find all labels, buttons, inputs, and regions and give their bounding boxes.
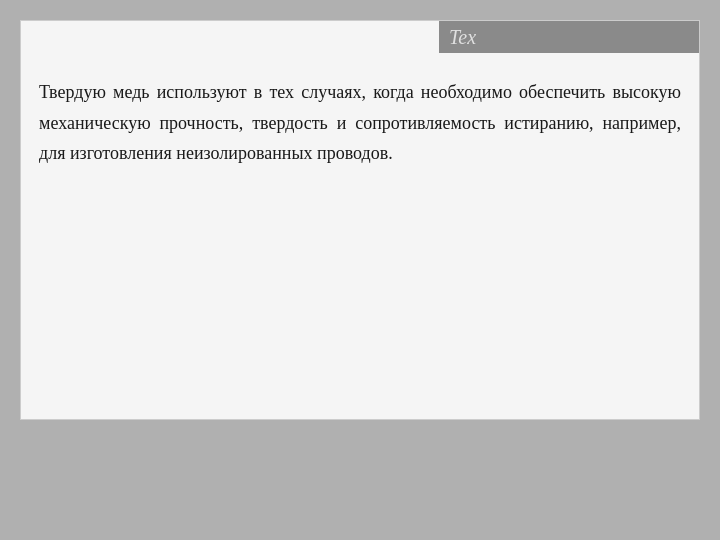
- top-bar-label: Tex: [449, 26, 476, 49]
- page-container: Tex Твердую медь используют в тех случая…: [20, 20, 700, 420]
- main-paragraph: Твердую медь используют в тех случаях, к…: [39, 77, 681, 169]
- top-bar: Tex: [439, 21, 699, 53]
